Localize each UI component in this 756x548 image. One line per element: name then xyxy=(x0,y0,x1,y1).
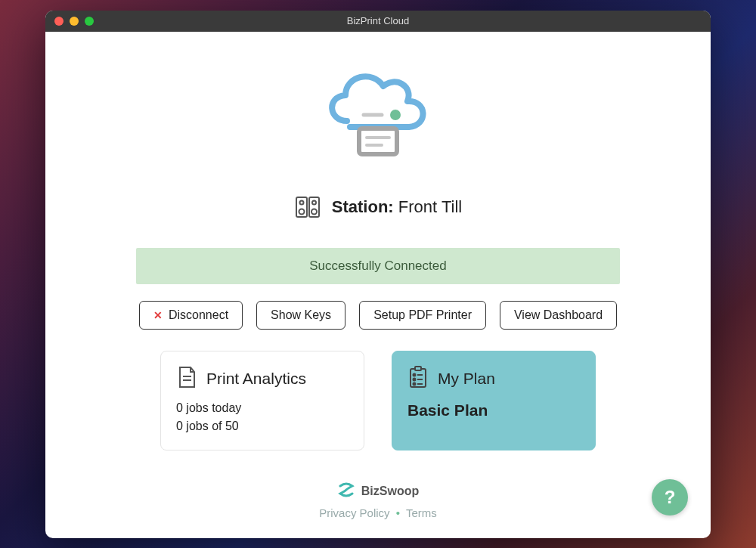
footer-links: Privacy Policy • Terms xyxy=(319,506,437,519)
window-maximize-button[interactable] xyxy=(85,17,94,26)
view-dashboard-button-label: View Dashboard xyxy=(514,308,603,322)
analytics-jobs-today: 0 jobs today xyxy=(176,401,349,415)
window-minimize-button[interactable] xyxy=(70,17,79,26)
svg-point-19 xyxy=(414,382,416,385)
footer-separator: • xyxy=(396,506,400,519)
footer: BizSwoop Privacy Policy • Terms xyxy=(319,481,437,519)
connection-status-banner: Successfully Connected xyxy=(136,248,620,284)
station-name: Front Till xyxy=(398,197,462,216)
window-title: BizPrint Cloud xyxy=(45,15,711,26)
station-text: Station: Front Till xyxy=(332,197,462,217)
disconnect-button-label: Disconnect xyxy=(169,308,228,322)
cloud-printer-logo-icon xyxy=(314,53,442,184)
view-dashboard-button[interactable]: View Dashboard xyxy=(500,301,617,330)
svg-point-17 xyxy=(414,378,416,380)
plan-card-title: My Plan xyxy=(438,370,495,388)
close-x-icon: ✕ xyxy=(153,309,163,321)
action-button-row: ✕ Disconnect Show Keys Setup PDF Printer… xyxy=(139,301,617,330)
svg-rect-14 xyxy=(415,367,421,370)
show-keys-button-label: Show Keys xyxy=(271,308,331,322)
help-button[interactable]: ? xyxy=(652,479,688,515)
print-analytics-card: Print Analytics 0 jobs today 0 jobs of 5… xyxy=(160,351,364,450)
my-plan-card[interactable]: My Plan Basic Plan xyxy=(392,351,596,450)
terms-link[interactable]: Terms xyxy=(406,506,437,519)
app-window: BizPrint Cloud xyxy=(45,11,711,538)
setup-pdf-printer-button[interactable]: Setup PDF Printer xyxy=(359,301,486,330)
station-row: Station: Front Till xyxy=(294,194,462,221)
show-keys-button[interactable]: Show Keys xyxy=(256,301,345,330)
analytics-jobs-quota: 0 jobs of 50 xyxy=(176,420,349,433)
footer-brand-name: BizSwoop xyxy=(361,485,419,498)
document-icon xyxy=(176,365,197,392)
svg-point-15 xyxy=(414,373,416,376)
traffic-lights xyxy=(45,17,94,26)
svg-point-9 xyxy=(312,200,316,204)
checklist-icon xyxy=(407,365,429,392)
help-icon: ? xyxy=(665,487,676,508)
svg-point-4 xyxy=(390,110,401,120)
privacy-policy-link[interactable]: Privacy Policy xyxy=(319,506,389,519)
svg-point-8 xyxy=(299,209,304,214)
content-area: Station: Front Till Successfully Connect… xyxy=(45,32,711,538)
disconnect-button[interactable]: ✕ Disconnect xyxy=(139,301,243,330)
setup-pdf-printer-button-label: Setup PDF Printer xyxy=(373,308,472,322)
station-label: Station: xyxy=(332,197,394,216)
bizswoop-logo-icon xyxy=(337,481,355,502)
station-icon xyxy=(294,194,321,221)
svg-point-10 xyxy=(311,209,317,214)
analytics-card-title: Print Analytics xyxy=(206,370,306,388)
footer-brand: BizSwoop xyxy=(319,481,437,502)
connection-status-text: Successfully Connected xyxy=(309,259,446,273)
svg-rect-0 xyxy=(359,128,397,154)
titlebar: BizPrint Cloud xyxy=(45,11,711,32)
cards-row: Print Analytics 0 jobs today 0 jobs of 5… xyxy=(160,351,596,450)
plan-name: Basic Plan xyxy=(407,401,580,420)
svg-point-7 xyxy=(299,200,303,204)
window-close-button[interactable] xyxy=(54,17,64,26)
